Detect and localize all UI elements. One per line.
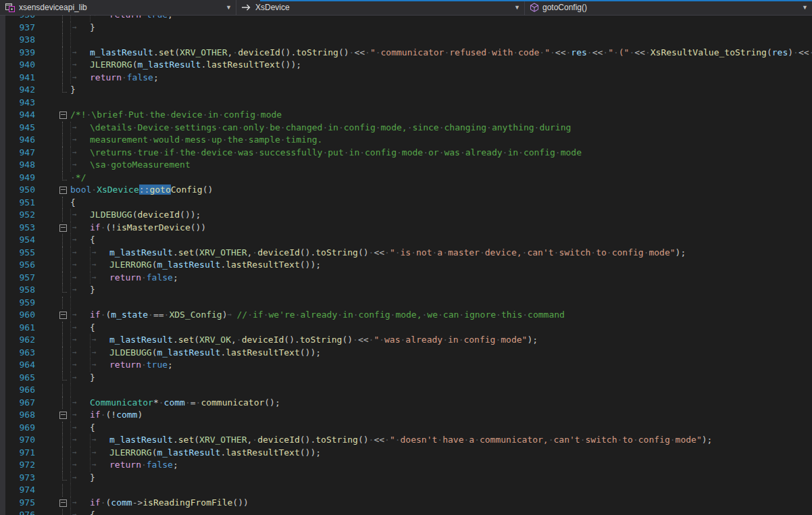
code-token: return bbox=[90, 72, 122, 82]
code-token: )· bbox=[788, 47, 798, 57]
code-line-938[interactable]: 938 bbox=[0, 34, 812, 47]
code-line-967[interactable]: 967→Communicator*·comm·=·communicator(); bbox=[0, 397, 812, 410]
fold-toggle[interactable] bbox=[59, 112, 67, 119]
code-line-954[interactable]: 954→{ bbox=[0, 234, 812, 247]
fold-end bbox=[62, 172, 67, 180]
code-editor[interactable]: 936→→return·true;937→}938939→m_lastResul… bbox=[0, 16, 812, 515]
code-line-937[interactable]: 937→} bbox=[0, 22, 812, 34]
code-line-974[interactable]: 974 bbox=[0, 484, 812, 497]
tab-whitespace-icon: → bbox=[70, 472, 90, 485]
code-line-945[interactable]: 945→\details·Device·settings·can·only·be… bbox=[0, 122, 812, 134]
fold-column bbox=[42, 322, 70, 335]
code-line-968[interactable]: 968→if·(!comm) bbox=[0, 409, 812, 422]
code-token: << bbox=[354, 47, 365, 57]
fold-line bbox=[62, 122, 63, 134]
code-line-956[interactable]: 956→→JLERRORG(m_lastResult.lastResultTex… bbox=[0, 259, 812, 272]
space-dot: · bbox=[384, 247, 390, 258]
tab-whitespace-icon: → bbox=[70, 59, 90, 72]
code-line-952[interactable]: 952→JLDEBUGG(deviceId()); bbox=[0, 209, 812, 222]
code-token: ( bbox=[194, 435, 199, 445]
fold-toggle[interactable] bbox=[59, 224, 67, 232]
code-line-949[interactable]: 949·*/ bbox=[0, 172, 812, 185]
space-dot: · bbox=[338, 122, 344, 132]
code-line-960[interactable]: 960→if·(m_state·==·XDS_Config)→//·if·we'… bbox=[0, 309, 812, 322]
tab-whitespace-icon: → bbox=[70, 147, 90, 160]
fold-toggle[interactable] bbox=[59, 499, 67, 507]
fold-column bbox=[42, 222, 70, 235]
code-token: res bbox=[772, 47, 788, 57]
code-line-958[interactable]: 958→} bbox=[0, 284, 812, 297]
code-token: set bbox=[178, 335, 194, 345]
space-dot: · bbox=[166, 109, 171, 120]
code-token: ·(! bbox=[101, 410, 116, 420]
code-line-939[interactable]: 939→m_lastResult.set(XRV_OTHER,·deviceId… bbox=[0, 47, 812, 59]
code-token: << bbox=[374, 435, 384, 445]
code-token: << bbox=[634, 47, 645, 57]
code-line-973[interactable]: 973→} bbox=[0, 472, 812, 485]
code-line-959[interactable]: 959 bbox=[0, 297, 812, 310]
code-line-946[interactable]: 946→measurement·would·mess·up·the·sample… bbox=[0, 134, 812, 147]
code-line-941[interactable]: 941→return·false; bbox=[0, 72, 812, 84]
code-token: = bbox=[191, 397, 196, 408]
fold-column bbox=[42, 34, 70, 47]
fold-column bbox=[42, 197, 70, 210]
code-line-940[interactable]: 940→JLERRORG(m_lastResult.lastResultText… bbox=[0, 59, 812, 72]
fold-column bbox=[42, 372, 70, 385]
code-line-942[interactable]: 942} bbox=[0, 84, 812, 97]
space-dot: · bbox=[395, 247, 401, 258]
code-line-948[interactable]: 948→\sa·gotoMeasurement bbox=[0, 159, 812, 172]
code-line-950[interactable]: 950bool·XsDevice::gotoConfig() bbox=[0, 184, 812, 197]
space-dot: · bbox=[522, 247, 528, 258]
code-line-965[interactable]: 965→} bbox=[0, 372, 812, 385]
fold-toggle[interactable] bbox=[59, 312, 67, 319]
code-line-944[interactable]: 944/*!·\brief·Put·the·device·in·config·m… bbox=[0, 109, 812, 122]
fold-line bbox=[62, 272, 63, 285]
space-dot: · bbox=[365, 47, 370, 57]
code-line-975[interactable]: 975→if·(comm->isReadingFromFile()) bbox=[0, 497, 812, 510]
code-text: →{ bbox=[70, 322, 812, 335]
code-line-955[interactable]: 955→→m_lastResult.set(XRV_OTHER,·deviceI… bbox=[0, 247, 812, 260]
code-line-957[interactable]: 957→→return·false; bbox=[0, 272, 812, 285]
line-number: 945 bbox=[0, 122, 42, 134]
code-line-951[interactable]: 951{ bbox=[0, 197, 812, 210]
type-dropdown[interactable]: XsDevice ▼ bbox=[236, 0, 525, 15]
fold-toggle[interactable] bbox=[59, 187, 67, 194]
code-line-971[interactable]: 971→→JLERRORG(m_lastResult.lastResultTex… bbox=[0, 447, 812, 460]
code-line-962[interactable]: 962→→m_lastResult.set(XRV_OK,·deviceId()… bbox=[0, 334, 812, 347]
fold-column bbox=[42, 509, 70, 515]
code-line-936[interactable]: 936→→return·true; bbox=[0, 16, 812, 22]
code-line-943[interactable]: 943 bbox=[0, 97, 812, 109]
code-line-966[interactable]: 966 bbox=[0, 384, 812, 397]
fold-column bbox=[42, 347, 70, 360]
fold-column bbox=[42, 122, 70, 134]
space-dot: · bbox=[793, 47, 798, 57]
space-dot: · bbox=[379, 335, 384, 345]
code-line-963[interactable]: 963→→JLDEBUGG(m_lastResult.lastResultTex… bbox=[0, 347, 812, 360]
code-line-947[interactable]: 947→\returns·true·if·the·device·was·succ… bbox=[0, 147, 812, 160]
code-token: { bbox=[90, 322, 95, 333]
project-dropdown[interactable]: xsensdeviceapi_lib ▼ bbox=[0, 0, 236, 15]
line-number: 970 bbox=[0, 434, 42, 447]
line-number: 974 bbox=[0, 484, 42, 497]
fold-end bbox=[62, 472, 67, 481]
fold-line bbox=[62, 159, 63, 172]
code-token: } bbox=[90, 472, 95, 483]
tab-whitespace-icon: → bbox=[70, 347, 90, 360]
fold-column bbox=[42, 497, 70, 510]
code-line-964[interactable]: 964→→return·true; bbox=[0, 359, 812, 372]
fold-toggle[interactable] bbox=[59, 412, 67, 419]
code-line-976[interactable]: 976→{ bbox=[0, 509, 812, 515]
code-line-970[interactable]: 970→→m_lastResult.set(XRV_OTHER,·deviceI… bbox=[0, 434, 812, 447]
space-dot: · bbox=[437, 435, 442, 445]
code-line-969[interactable]: 969→{ bbox=[0, 422, 812, 435]
code-line-961[interactable]: 961→{ bbox=[0, 322, 812, 335]
member-dropdown[interactable]: gotoConfig() ▼ bbox=[525, 0, 812, 15]
code-token: true bbox=[147, 360, 168, 370]
code-line-953[interactable]: 953→if·(!isMasterDevice()) bbox=[0, 222, 812, 235]
fold-line bbox=[62, 247, 63, 260]
code-text: →if·(!comm) bbox=[70, 409, 812, 422]
code-line-972[interactable]: 972→→return·false; bbox=[0, 459, 812, 472]
code-token: ,· bbox=[247, 435, 258, 445]
code-text: →→JLDEBUGG(m_lastResult.lastResultText()… bbox=[70, 347, 812, 360]
tab-whitespace-icon: → bbox=[70, 16, 90, 22]
